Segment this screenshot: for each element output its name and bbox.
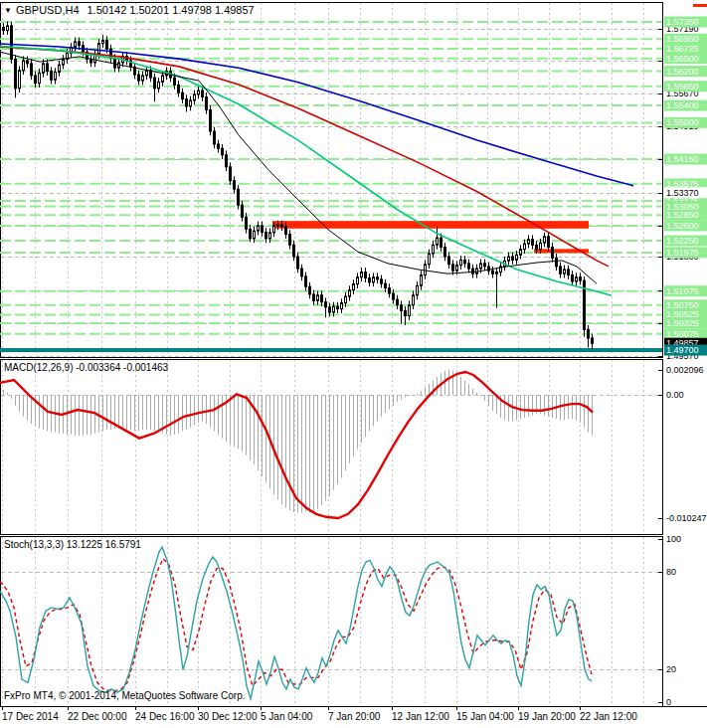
candle-body xyxy=(381,279,383,283)
candle-body xyxy=(333,306,335,312)
copyright-label: FxPro MT4, © 2001-2014, MetaQuotes Softw… xyxy=(4,690,245,701)
candle-body xyxy=(301,269,303,276)
macd-indicator-label: MACD(12,26,9) -0.003364 -0.001463 xyxy=(4,362,168,373)
candle-body xyxy=(226,155,228,167)
ohlc-quotes-label: 1.50142 1.50201 1.49798 1.49857 xyxy=(88,4,255,16)
candle-body xyxy=(528,240,530,244)
candle-body xyxy=(496,273,498,274)
candle-body xyxy=(437,238,439,245)
candle-body xyxy=(425,265,427,275)
candle-body xyxy=(389,287,391,293)
candle-body xyxy=(202,91,204,96)
mt4-chart-window: 1.571901.564401.556701.549101.518801.495… xyxy=(0,0,707,728)
candle-body xyxy=(238,189,240,205)
candle-body xyxy=(448,257,450,265)
candle-body xyxy=(337,306,339,309)
candle-body xyxy=(353,284,355,290)
chart-title: ▼GBPUSD,H41.50142 1.50201 1.49798 1.4985… xyxy=(4,4,255,16)
candle-body xyxy=(90,60,92,63)
candle-body xyxy=(321,295,323,302)
candle-body xyxy=(492,271,494,273)
candle-body xyxy=(250,229,252,238)
candle-body xyxy=(154,78,156,89)
candle-body xyxy=(297,257,299,269)
candle-body xyxy=(210,109,212,131)
candle-body xyxy=(190,100,192,106)
candle-body xyxy=(580,277,582,280)
symbol-dropdown-icon[interactable]: ▼ xyxy=(4,6,12,15)
candle-body xyxy=(460,260,462,265)
panel-divider-stoch[interactable] xyxy=(0,534,707,537)
candle-body xyxy=(433,245,435,254)
candle-body xyxy=(345,296,347,302)
panel-divider-macd[interactable] xyxy=(0,357,707,360)
candle-body xyxy=(564,270,566,273)
candle-body xyxy=(516,255,518,260)
candle-body xyxy=(341,303,343,309)
candle-body xyxy=(222,148,224,154)
candle-body xyxy=(138,75,140,81)
candle-body xyxy=(417,285,419,294)
candle-body xyxy=(194,94,196,100)
candle-body xyxy=(540,243,542,249)
candle-body xyxy=(560,267,562,273)
candle-body xyxy=(281,225,283,227)
candle-body xyxy=(309,286,311,294)
candle-body xyxy=(508,257,510,261)
candle-body xyxy=(265,232,267,238)
candle-body xyxy=(548,237,550,248)
candle-body xyxy=(98,44,100,55)
candle-body xyxy=(55,72,57,80)
symbol-period-label: GBPUSD,H4 xyxy=(16,4,80,16)
candle-body xyxy=(39,73,41,83)
candle-body xyxy=(79,42,81,46)
candle-body xyxy=(3,28,5,31)
time-axis[interactable] xyxy=(0,707,707,728)
candle-body xyxy=(369,278,371,282)
candle-body xyxy=(313,294,315,300)
candle-body xyxy=(63,60,65,66)
candle-body xyxy=(377,277,379,279)
candle-body xyxy=(520,250,522,256)
candle-body xyxy=(576,277,578,281)
candle-body xyxy=(532,240,534,246)
candle-body xyxy=(317,295,319,301)
candle-body xyxy=(198,91,200,94)
candle-body xyxy=(456,266,458,272)
candle-body xyxy=(23,61,25,71)
candle-body xyxy=(293,245,295,257)
candle-body xyxy=(102,41,104,44)
candle-body xyxy=(429,254,431,265)
candle-body xyxy=(106,41,108,50)
candle-body xyxy=(158,82,160,88)
candle-body xyxy=(568,270,570,275)
price-axis[interactable] xyxy=(663,0,707,706)
candle-body xyxy=(178,85,180,92)
candle-body xyxy=(305,276,307,286)
candle-body xyxy=(393,293,395,299)
candle-body xyxy=(413,295,415,305)
candle-body xyxy=(512,257,514,260)
candle-body xyxy=(75,42,77,48)
candle-body xyxy=(572,275,574,281)
teal-support-line xyxy=(0,348,662,352)
candle-body xyxy=(182,92,184,98)
candle-body xyxy=(357,277,359,284)
candle-body xyxy=(234,181,236,190)
candle-body xyxy=(484,264,486,267)
candle-body xyxy=(7,26,9,31)
candle-body xyxy=(114,59,116,68)
candle-body xyxy=(552,247,554,258)
candle-body xyxy=(441,238,442,247)
candle-body xyxy=(361,273,363,277)
candle-body xyxy=(142,76,144,81)
candle-body xyxy=(206,96,208,109)
candle-body xyxy=(452,265,454,271)
candle-body xyxy=(556,258,558,267)
candle-body xyxy=(262,226,264,232)
candle-body xyxy=(405,310,407,315)
candle-body xyxy=(218,144,220,148)
candle-body xyxy=(27,61,29,64)
candle-body xyxy=(19,71,21,89)
candle-body xyxy=(544,237,546,243)
